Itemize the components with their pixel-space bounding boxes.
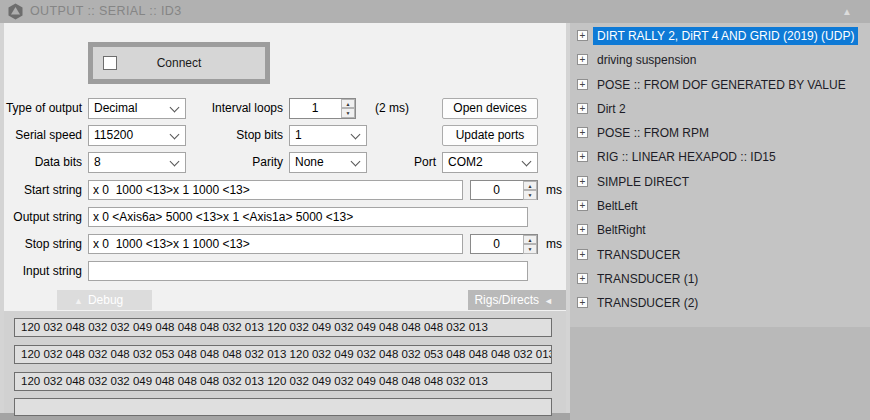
- update-ports-button[interactable]: Update ports: [442, 125, 538, 146]
- debug-row: 120 032 048 032 048 032 053 048 048 048 …: [14, 345, 552, 364]
- spin-up-icon[interactable]: ▲: [341, 99, 355, 108]
- connect-button[interactable]: Connect: [88, 42, 270, 84]
- expand-plus-icon[interactable]: +: [577, 224, 588, 235]
- start-delay-unit: ms: [546, 180, 562, 200]
- expand-plus-icon[interactable]: +: [577, 103, 588, 114]
- port-label: Port: [390, 152, 436, 173]
- tree-item-dirt-rally-2[interactable]: +DIRT RALLY 2, DiRT 4 AND GRID (2019) (U…: [570, 27, 870, 45]
- parity-select[interactable]: None: [289, 152, 367, 173]
- expand-plus-icon[interactable]: +: [577, 54, 588, 65]
- open-devices-button[interactable]: Open devices: [442, 98, 538, 119]
- output-serial-window: OUTPUT :: SERIAL :: ID3 ▲ Connect Type o…: [0, 0, 870, 420]
- tree-item-beltleft[interactable]: +BeltLeft: [570, 197, 870, 215]
- stop-string-input[interactable]: [88, 234, 463, 254]
- stop-delay-stepper[interactable]: 0 ▲ ▼: [470, 234, 538, 254]
- chevron-down-icon: [170, 103, 180, 113]
- stop-bits-label: Stop bits: [190, 125, 283, 146]
- triangle-left-icon: ◄: [544, 296, 553, 306]
- expand-plus-icon[interactable]: +: [577, 30, 588, 41]
- expand-plus-icon[interactable]: +: [577, 127, 588, 138]
- tab-rigs-directs[interactable]: Rigs/Directs◄: [468, 290, 566, 310]
- expand-plus-icon[interactable]: +: [577, 273, 588, 284]
- serial-speed-select[interactable]: 115200: [88, 125, 186, 146]
- interval-note: (2 ms): [375, 98, 409, 119]
- input-string-input[interactable]: [88, 261, 528, 281]
- tree-item-simple-direct[interactable]: +SIMPLE DIRECT: [570, 173, 870, 191]
- connect-label: Connect: [93, 47, 265, 79]
- chevron-down-icon: [351, 130, 361, 140]
- type-of-output-select[interactable]: Decimal: [88, 98, 186, 119]
- interval-loops-label: Interval loops: [190, 98, 283, 119]
- expand-plus-icon[interactable]: +: [577, 79, 588, 90]
- type-of-output-label: Type of output: [0, 98, 82, 119]
- stop-bits-select[interactable]: 1: [289, 125, 367, 146]
- output-string-label: Output string: [0, 207, 82, 227]
- tree-item-pose-from-rpm[interactable]: +POSE :: FROM RPM: [570, 124, 870, 142]
- spin-down-icon[interactable]: ▼: [523, 244, 537, 254]
- titlebar: OUTPUT :: SERIAL :: ID3 ▲: [0, 0, 870, 23]
- triangle-up-icon: ▲: [74, 296, 83, 306]
- tree-item-beltright[interactable]: +BeltRight: [570, 221, 870, 239]
- interval-loops-stepper[interactable]: 1 ▲ ▼: [289, 98, 356, 119]
- debug-row: [14, 398, 552, 416]
- collapse-icon[interactable]: ▲: [842, 0, 852, 23]
- debug-row: 120 032 048 032 032 049 048 048 048 032 …: [14, 372, 552, 391]
- spin-up-icon[interactable]: ▲: [523, 235, 537, 244]
- sources-tree-panel-lower: [570, 327, 870, 420]
- port-select[interactable]: COM2: [442, 152, 538, 173]
- chevron-down-icon: [351, 157, 361, 167]
- tree-item-driving-suspension[interactable]: +driving suspension: [570, 51, 870, 69]
- tree-item-pose-from-dof[interactable]: +POSE :: FROM DOF GENERATED BY VALUE: [570, 76, 870, 94]
- chevron-down-icon: [170, 157, 180, 167]
- data-bits-select[interactable]: 8: [88, 152, 186, 173]
- expand-plus-icon[interactable]: +: [577, 151, 588, 162]
- data-bits-label: Data bits: [0, 152, 82, 173]
- expand-plus-icon[interactable]: +: [577, 249, 588, 260]
- expand-plus-icon[interactable]: +: [577, 297, 588, 308]
- input-string-label: Input string: [0, 261, 82, 281]
- window-title: OUTPUT :: SERIAL :: ID3: [30, 0, 182, 23]
- tree-item-transducer-2[interactable]: +TRANSDUCER (2): [570, 294, 870, 312]
- output-string-input[interactable]: [88, 207, 528, 227]
- spin-down-icon[interactable]: ▼: [523, 190, 537, 200]
- chevron-down-icon: [522, 157, 532, 167]
- debug-row: 120 032 048 032 032 049 048 048 048 032 …: [14, 318, 552, 337]
- start-string-label: Start string: [0, 180, 82, 200]
- expand-plus-icon[interactable]: +: [577, 200, 588, 211]
- expand-plus-icon[interactable]: +: [577, 176, 588, 187]
- chevron-down-icon: [170, 130, 180, 140]
- tree-item-transducer[interactable]: +TRANSDUCER: [570, 246, 870, 264]
- start-string-input[interactable]: [88, 180, 463, 200]
- stop-delay-unit: ms: [546, 234, 562, 254]
- tree-item-dirt-2[interactable]: +Dirt 2: [570, 100, 870, 118]
- tab-debug[interactable]: ▲Debug: [57, 290, 152, 310]
- parity-label: Parity: [190, 152, 283, 173]
- tree-item-rig-linear-hexapod[interactable]: +RIG :: LINEAR HEXAPOD :: ID15: [570, 148, 870, 166]
- spin-up-icon[interactable]: ▲: [523, 181, 537, 190]
- start-delay-stepper[interactable]: 0 ▲ ▼: [470, 180, 538, 200]
- serial-speed-label: Serial speed: [0, 125, 82, 146]
- spin-down-icon[interactable]: ▼: [341, 108, 355, 118]
- module-hexagon-icon: [7, 3, 24, 20]
- tree-item-transducer-1[interactable]: +TRANSDUCER (1): [570, 270, 870, 288]
- stop-string-label: Stop string: [0, 234, 82, 254]
